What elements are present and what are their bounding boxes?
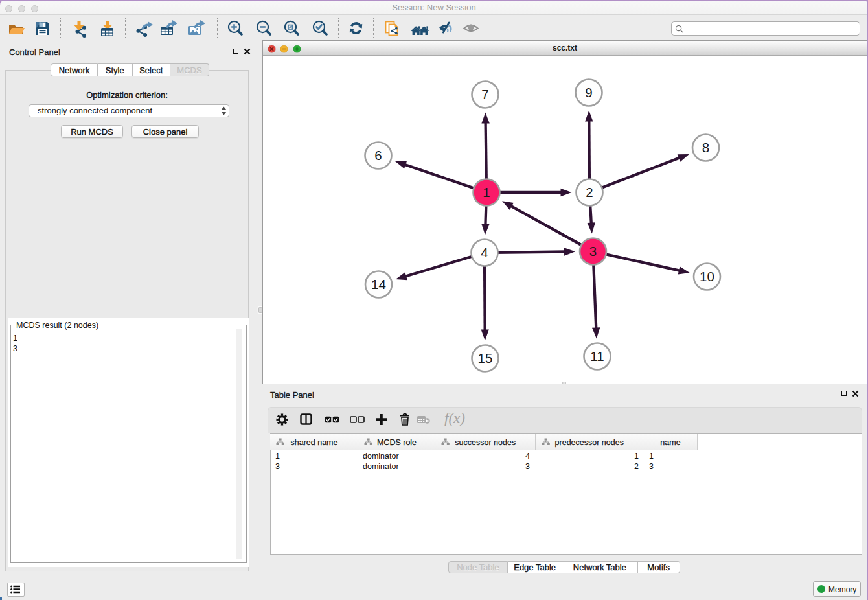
svg-text:3: 3 xyxy=(589,244,597,259)
svg-text:11: 11 xyxy=(590,349,604,363)
svg-text:10: 10 xyxy=(700,269,714,284)
svg-text:6: 6 xyxy=(374,148,382,163)
svg-text:7: 7 xyxy=(481,87,488,102)
svg-text:4: 4 xyxy=(481,245,488,260)
svg-text:15: 15 xyxy=(478,351,493,365)
svg-text:9: 9 xyxy=(585,85,592,100)
svg-text:2: 2 xyxy=(586,185,593,200)
svg-text:8: 8 xyxy=(702,140,709,155)
svg-text:14: 14 xyxy=(371,277,386,292)
svg-text:1: 1 xyxy=(483,185,490,200)
